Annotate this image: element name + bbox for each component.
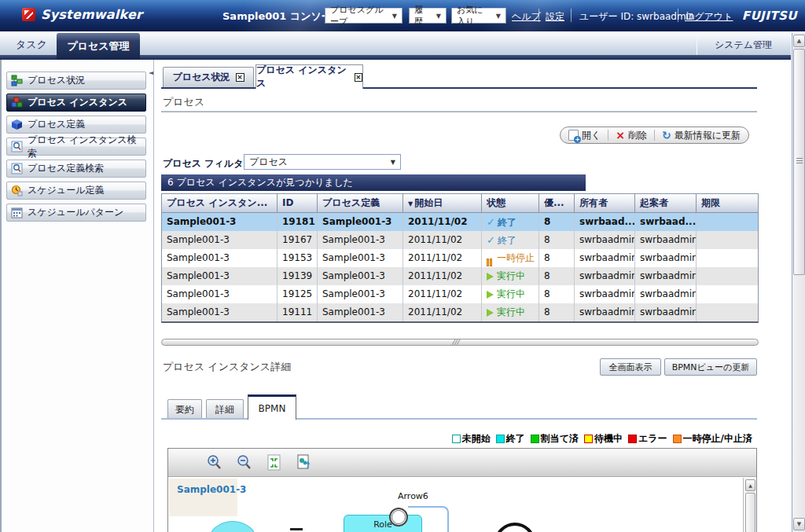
pause-icon: [487, 255, 494, 262]
col-status[interactable]: 状態: [482, 194, 539, 213]
col-owner[interactable]: 所有者: [575, 194, 635, 213]
close-icon[interactable]: ×: [236, 73, 244, 82]
brand-name: Systemwalker: [41, 7, 142, 22]
export-view-button[interactable]: [294, 453, 314, 473]
fullscreen-button[interactable]: 全画面表示: [600, 358, 661, 376]
legend-finished: 終了: [496, 432, 525, 446]
legend-swatch: [496, 435, 505, 443]
sidebar: プロセス状況 プロセス インスタンス プロセス定義 プロセス インスタンス検索 …: [0, 60, 154, 532]
close-icon[interactable]: ×: [355, 73, 362, 82]
zoom-out-button[interactable]: [234, 453, 255, 473]
nav-tab-system-management[interactable]: システム管理: [697, 35, 789, 55]
divider: [678, 9, 678, 22]
legend-swatch: [531, 435, 539, 443]
status-cell: ✓終了: [482, 213, 539, 231]
table-row[interactable]: Sample001-3 19181 Sample001-3 2011/11/02…: [162, 213, 758, 231]
bpmn-process-label: Sample001-3: [177, 484, 246, 495]
scroll-down-button[interactable]: ▼: [793, 518, 805, 530]
delete-button[interactable]: × 削除: [616, 129, 647, 142]
legend-swatch: [673, 435, 682, 443]
col-priority[interactable]: 優...: [539, 194, 575, 213]
col-deadline[interactable]: 期限: [697, 194, 758, 213]
col-start-date[interactable]: ▼開始日: [403, 194, 482, 213]
zoom-out-icon: [236, 454, 253, 471]
history-dropdown[interactable]: 履歴 ▼: [409, 8, 447, 24]
doc-tab-process-instance[interactable]: プロセス インスタンス ×: [255, 64, 363, 89]
scroll-up-button[interactable]: ▲: [793, 35, 805, 47]
bpmn-refresh-button[interactable]: BPMNビューの更新: [664, 358, 757, 376]
process-definition-icon: [11, 119, 23, 130]
refresh-button[interactable]: ↻ 最新情報に更新: [662, 129, 741, 142]
legend-swatch: [584, 435, 593, 443]
bpmn-role-node[interactable]: Role: [344, 515, 422, 532]
col-initiator[interactable]: 起案者: [635, 194, 697, 213]
table-row[interactable]: Sample001-3 19125 Sample001-3 2011/11/02…: [162, 285, 758, 303]
page-scrollbar: ▲ ▼: [792, 33, 805, 532]
sidebar-item-schedule-definition[interactable]: スケジュール定義: [6, 182, 146, 200]
bpmn-connector: [447, 515, 449, 532]
export-view-icon: [296, 454, 313, 471]
bpmn-canvas[interactable]: Sample001-3 Role Arrow6 ▲: [168, 478, 756, 532]
help-link[interactable]: ヘルプ: [512, 10, 541, 24]
doc-tab-process-status[interactable]: プロセス状況 ×: [163, 67, 254, 87]
table-row[interactable]: Sample001-3 19139 Sample001-3 2011/11/02…: [162, 267, 758, 285]
pane-splitter[interactable]: ///: [161, 339, 759, 346]
fujitsu-logo: FUJITSU: [742, 9, 797, 23]
legend-assigned: 割当て済: [531, 432, 579, 446]
open-icon: [568, 130, 579, 141]
bpmn-event-node[interactable]: [389, 508, 408, 526]
detail-section-title: プロセス インスタンス詳細: [163, 360, 291, 374]
nav-tab-process-management[interactable]: プロセス管理: [57, 33, 140, 60]
detail-tab-detail[interactable]: 詳細: [206, 399, 244, 419]
sidebar-item-process-instance[interactable]: プロセス インスタンス: [6, 94, 146, 112]
systemwalker-logo-icon: [22, 8, 35, 21]
detail-tab-summary[interactable]: 要約: [167, 399, 202, 419]
process-filter-label: プロセス フィルタ:: [163, 157, 247, 171]
chevron-down-icon: ▼: [490, 13, 501, 20]
clock-icon: [11, 185, 23, 196]
table-row[interactable]: Sample001-3 19111 Sample001-3 2011/11/02…: [162, 303, 758, 321]
sidebar-item-process-definition-search[interactable]: プロセス定義検索: [6, 160, 146, 178]
separator: [161, 111, 757, 112]
sidebar-item-schedule-pattern[interactable]: スケジュールパターン: [6, 204, 146, 222]
bpmn-ellipse-node[interactable]: [208, 521, 257, 532]
divider: [608, 130, 608, 141]
chevron-down-icon: ▼: [430, 13, 441, 20]
canvas-scrollbar-thumb[interactable]: [745, 493, 755, 532]
table-row[interactable]: Sample001-3 19153 Sample001-3 2011/11/02…: [162, 249, 758, 267]
refresh-icon: ↻: [662, 130, 671, 141]
fit-view-button[interactable]: [264, 453, 285, 473]
open-button[interactable]: 開く: [568, 129, 601, 142]
process-instance-icon: [11, 97, 23, 108]
process-filter-select[interactable]: プロセス ▼: [244, 154, 401, 170]
chevron-down-icon: ▼: [391, 159, 395, 166]
scrollbar-thumb[interactable]: [793, 49, 805, 275]
col-process-instance[interactable]: プロセス インスタン...: [162, 194, 278, 213]
bpmn-start-event-node[interactable]: [494, 523, 535, 532]
zoom-in-button[interactable]: [204, 453, 225, 473]
process-group-dropdown[interactable]: プロセスグループ ▼: [325, 8, 402, 24]
favorites-dropdown[interactable]: お気に入り ▼: [451, 8, 506, 24]
fit-view-icon: [266, 454, 282, 471]
col-id[interactable]: ID: [278, 194, 318, 213]
table-header-row: プロセス インスタン... ID プロセス定義 ▼開始日 状態 優... 所有者…: [162, 194, 758, 213]
status-legend: 未開始 終了 割当て済 待機中 エラー 一時停止/中止済: [438, 432, 752, 445]
process-instance-table: プロセス インスタン... ID プロセス定義 ▼開始日 状態 優... 所有者…: [161, 193, 759, 323]
sidebar-item-process-instance-search[interactable]: プロセス インスタンス検索: [6, 138, 146, 156]
main-content: プロセス状況 × プロセス インスタンス × プロセス 開く × 削除 ↻ 最新…: [155, 60, 791, 532]
canvas-scroll-up-button[interactable]: ▲: [745, 479, 755, 491]
legend-not-started: 未開始: [452, 432, 491, 446]
delete-icon: ×: [616, 130, 625, 141]
legend-error: エラー: [628, 432, 667, 446]
thumb-grip: [796, 158, 803, 165]
logout-link[interactable]: ログアウト: [685, 10, 733, 24]
sidebar-collapse-handle[interactable]: ◄: [149, 69, 153, 76]
sidebar-item-process-status[interactable]: プロセス状況: [6, 72, 146, 90]
settings-link[interactable]: 設定: [546, 10, 564, 24]
nav-tab-task[interactable]: タスク: [6, 35, 57, 55]
sidebar-item-process-definition[interactable]: プロセス定義: [6, 116, 146, 134]
table-row[interactable]: Sample001-3 19167 Sample001-3 2011/11/02…: [162, 231, 758, 249]
detail-tab-bpmn[interactable]: BPMN: [248, 394, 296, 420]
col-process-definition[interactable]: プロセス定義: [318, 194, 403, 213]
bpmn-toolbar: [168, 449, 756, 477]
